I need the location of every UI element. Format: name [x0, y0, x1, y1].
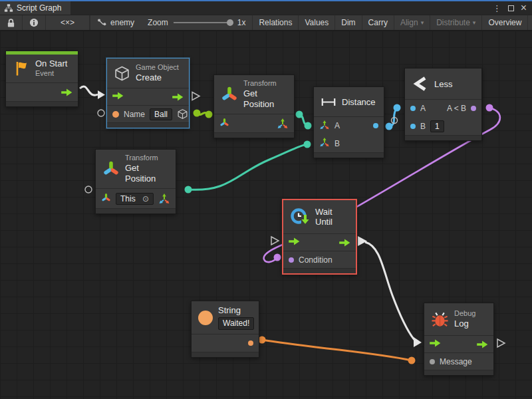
node-footer: [96, 208, 176, 213]
node-debug-log[interactable]: Debug Log Message: [424, 303, 494, 376]
node-get-position-top[interactable]: Transform Get Position: [213, 74, 295, 138]
node-footer: [283, 268, 356, 273]
graph-breadcrumb[interactable]: enemy: [90, 15, 141, 30]
tab-label: Script Graph: [17, 3, 61, 13]
node-title: Create: [136, 72, 179, 83]
flow-in-port[interactable]: [430, 339, 441, 349]
flow-out-port[interactable]: [339, 239, 350, 247]
port-label: Condition: [299, 255, 332, 265]
cube-icon: [114, 65, 130, 82]
node-on-start[interactable]: On Start Event: [5, 51, 78, 107]
result-out-port[interactable]: [373, 123, 378, 128]
wire-create-to-getposition[interactable]: [194, 110, 213, 118]
message-input-port[interactable]: [430, 359, 435, 364]
wire-getposition-to-distance-b[interactable]: [185, 141, 311, 194]
less-than-icon: [412, 75, 429, 92]
carry-button[interactable]: Carry: [362, 15, 394, 30]
graph-name: enemy: [110, 18, 134, 27]
node-footer: [314, 152, 384, 158]
vector3-in-port-a[interactable]: [319, 120, 330, 132]
transform-in-port[interactable]: [219, 118, 229, 130]
string-value-field[interactable]: Waited!: [218, 317, 254, 330]
b-input-port[interactable]: [410, 124, 416, 129]
tab-script-graph[interactable]: Script Graph: [0, 1, 70, 15]
align-dropdown[interactable]: Align▾: [394, 15, 430, 30]
node-category: Game Object: [136, 63, 179, 72]
transform-in-port[interactable]: [101, 193, 111, 205]
flow-out-port[interactable]: [477, 340, 488, 348]
wait-clock-icon: [290, 207, 310, 227]
flow-arrow-icon: [61, 88, 72, 96]
vector3-out-port[interactable]: [277, 118, 289, 130]
code-preview-button[interactable]: <×>: [46, 15, 90, 30]
result-out-port[interactable]: [471, 106, 476, 111]
flow-in-port[interactable]: [289, 237, 300, 247]
target-field[interactable]: This ⊙: [116, 193, 154, 205]
zoom-slider[interactable]: [174, 22, 232, 23]
flow-arrow-icon: [430, 339, 441, 347]
wire-onstart-to-create[interactable]: [80, 86, 105, 99]
code-icon: <×>: [61, 18, 74, 27]
transform-icon: [219, 118, 229, 128]
string-icon: [198, 311, 213, 325]
unconnected-value-port[interactable]: [98, 110, 104, 116]
name-field[interactable]: Ball: [150, 108, 172, 120]
unconnected-flow-port[interactable]: [497, 339, 505, 347]
close-icon[interactable]: ×: [521, 3, 527, 13]
vector3-in-port-b[interactable]: [319, 137, 330, 150]
string-out-port[interactable]: [248, 340, 253, 346]
flow-arrow-icon: [289, 237, 300, 245]
overview-button[interactable]: Overview: [481, 15, 527, 30]
wire-getposition-to-distance-a[interactable]: [296, 111, 312, 130]
full-screen-button[interactable]: Full Screen: [527, 15, 532, 30]
node-distance[interactable]: Distance A B: [313, 86, 384, 158]
b-value-field[interactable]: 1: [430, 120, 444, 132]
distribute-dropdown[interactable]: Distribute▾: [430, 15, 481, 30]
maximize-icon[interactable]: [508, 5, 514, 11]
node-create[interactable]: Game Object Create Name Ball: [106, 58, 190, 128]
vector3-out-port[interactable]: [158, 193, 170, 205]
node-title: Wait Until: [315, 207, 349, 227]
vector3-icon: [277, 118, 289, 130]
graph-canvas[interactable]: On Start Event Game Object Create Name: [0, 31, 532, 399]
node-string[interactable]: String Waited!: [191, 301, 259, 358]
window-menu-icon[interactable]: ⋮: [493, 4, 501, 13]
node-category: Transform: [243, 79, 287, 88]
lock-button[interactable]: [0, 15, 23, 30]
unconnected-flow-port[interactable]: [271, 237, 279, 245]
values-button[interactable]: Values: [298, 15, 334, 30]
distance-icon: [321, 96, 336, 108]
a-input-port[interactable]: [410, 106, 416, 111]
node-less[interactable]: Less A A < B B 1: [404, 68, 482, 141]
condition-input-port[interactable]: [289, 257, 294, 263]
node-title: Get Position: [125, 163, 169, 185]
vector3-icon: [319, 137, 330, 148]
wire-waituntil-to-log[interactable]: [358, 236, 422, 347]
wire-string-to-message[interactable]: [259, 336, 416, 364]
node-title: String: [218, 305, 254, 316]
wire-distance-to-less[interactable]: [386, 104, 401, 130]
flow-in-port[interactable]: [112, 92, 124, 102]
flow-out-port[interactable]: [61, 88, 72, 96]
relations-button[interactable]: Relations: [252, 15, 298, 30]
port-label: B: [334, 139, 340, 148]
node-title: Distance: [342, 97, 376, 107]
object-picker-icon[interactable]: ⊙: [142, 194, 149, 203]
unconnected-value-port[interactable]: [85, 186, 92, 193]
port-label: Name: [124, 110, 145, 119]
unconnected-flow-port[interactable]: [192, 92, 200, 100]
node-title: Get Position: [243, 88, 287, 110]
chevron-down-icon: ▾: [421, 19, 424, 26]
script-graph-window: Script Graph ⋮ × <×> enemy Zoom 1x Relat…: [0, 0, 532, 399]
inspect-button[interactable]: [23, 15, 46, 30]
graph-toolbar: <×> enemy Zoom 1x Relations Values Dim C…: [0, 15, 532, 31]
flow-out-port[interactable]: [172, 93, 184, 101]
dim-button[interactable]: Dim: [334, 15, 361, 30]
node-title: On Start: [35, 59, 67, 69]
node-wait-until[interactable]: Wait Until Condition: [282, 199, 357, 275]
gameobject-out-port[interactable]: [177, 108, 188, 120]
node-get-position-bottom[interactable]: Transform Get Position This ⊙: [95, 149, 176, 214]
vector3-icon: [158, 193, 170, 205]
name-input-port[interactable]: [112, 111, 119, 118]
zoom-slider-handle[interactable]: [227, 19, 233, 26]
